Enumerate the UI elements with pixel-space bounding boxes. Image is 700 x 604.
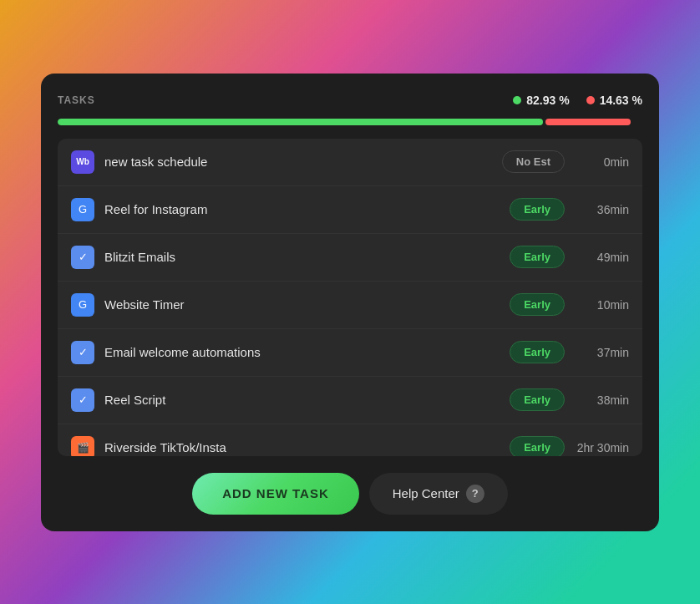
task-row[interactable]: ✓ Email welcome automations Early 37min [58,329,642,377]
red-dot-icon [586,96,595,104]
task-time: 49min [575,251,629,264]
task-icon: ✓ [71,341,94,364]
task-time: 0min [575,155,629,169]
stat-red-value: 14.63 % [600,94,642,107]
task-icon: ✓ [71,388,94,412]
progress-green-fill [58,119,543,125]
task-status-badge: Early [510,198,565,221]
task-name: Website Timer [104,297,510,312]
task-time: 38min [575,393,629,407]
task-status-badge: No Est [502,150,565,173]
task-status-badge: Early [510,341,565,363]
task-row[interactable]: Wb new task schedule No Est 0min [58,139,642,186]
help-icon: ? [466,485,484,503]
main-panel: TASKS 82.93 % 14.63 % Wb new task schedu… [41,74,659,531]
task-icon: ✓ [71,246,94,269]
tasks-title: TASKS [58,94,496,106]
task-row[interactable]: ✓ Reel Script Early 38min [58,377,642,424]
stat-green-value: 82.93 % [526,94,569,107]
help-center-label: Help Center [393,486,459,500]
task-icon: G [71,293,94,317]
task-status-badge: Early [510,436,565,456]
progress-red-fill [545,119,631,125]
help-center-button[interactable]: Help Center ? [369,473,508,515]
task-status-badge: Early [510,388,565,411]
task-icon: G [71,198,94,221]
task-name: Blitzit Emails [104,250,510,264]
task-list: Wb new task schedule No Est 0min G Reel … [58,139,642,456]
header: TASKS 82.93 % 14.63 % [58,94,642,107]
add-task-button[interactable]: ADD NEW TASK [192,473,359,515]
task-row[interactable]: G Reel for Instagram Early 36min [58,186,642,234]
task-icon: 🎬 [71,436,94,456]
stat-green: 82.93 % [513,94,569,107]
task-row[interactable]: 🎬 Riverside TikTok/Insta Early 2hr 30min [58,424,642,456]
task-time: 36min [575,203,629,216]
task-status-badge: Early [510,246,565,268]
task-status-badge: Early [510,293,565,316]
stat-red: 14.63 % [586,94,642,107]
green-dot-icon [513,96,521,104]
task-name: new task schedule [104,155,502,169]
task-row[interactable]: G Website Timer Early 10min [58,282,642,329]
task-name: Email welcome automations [104,345,510,359]
task-time: 2hr 30min [575,441,629,454]
progress-bar [58,119,642,125]
task-name: Reel for Instagram [104,202,510,216]
task-name: Reel Script [104,393,510,407]
task-icon: Wb [71,150,94,174]
task-time: 37min [575,346,629,359]
task-name: Riverside TikTok/Insta [104,440,510,454]
task-time: 10min [575,298,629,312]
task-row[interactable]: ✓ Blitzit Emails Early 49min [58,234,642,282]
bottom-bar: ADD NEW TASK Help Center ? [58,473,642,515]
